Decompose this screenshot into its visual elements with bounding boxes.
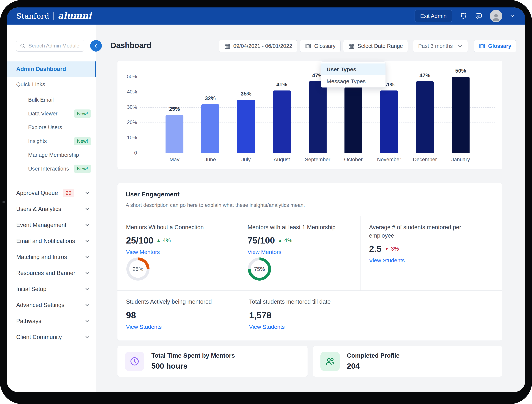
sidebar-item-event-management[interactable]: Event Management (7, 217, 96, 233)
sidebar-item-label: Resources and Banner (16, 270, 75, 277)
new-badge: New! (74, 109, 91, 118)
sidebar-item-admin-dashboard[interactable]: Admin Dashboard (7, 61, 96, 77)
view-link[interactable]: View Students (369, 257, 405, 264)
sidebar-item-client-community[interactable]: Client Community (7, 329, 96, 345)
total-title: Students Actively being mentored (126, 298, 223, 306)
bell-icon[interactable] (459, 12, 467, 20)
sidebar-item-label: Users & Analytics (16, 206, 61, 212)
sidebar-item-matching-and-intros[interactable]: Matching and Intros (7, 249, 96, 265)
calendar-icon (224, 43, 230, 49)
view-link[interactable]: View Students (126, 324, 162, 330)
sidebar-item-resources-and-banner[interactable]: Resources and Banner (7, 265, 96, 281)
delta-percent: 4% (163, 237, 171, 244)
date-range-button[interactable]: 09/04/2021 - 06/01/2022 (219, 40, 297, 52)
sidebar-item-data-viewer[interactable]: Data ViewerNew! (7, 107, 96, 120)
chart-bar-july (237, 100, 255, 153)
brand-primary: Stanford (16, 12, 49, 20)
donut-label: 25% (126, 258, 149, 281)
user-engagement-card: User Engagement A short description can … (117, 183, 502, 341)
bar-value-label: 41% (269, 82, 295, 88)
chevron-down-icon (84, 318, 91, 324)
user-engagement-title: User Engagement (126, 191, 180, 198)
sidebar: Admin Dashboard Quick Links Bulk EmailDa… (7, 25, 96, 392)
x-axis-tick: September (300, 157, 336, 163)
glossary-button[interactable]: Glossary (300, 40, 341, 52)
search-input[interactable] (28, 43, 81, 49)
bar-value-label: 32% (197, 95, 223, 101)
view-link[interactable]: View Students (249, 324, 285, 330)
sidebar-collapse-button[interactable] (90, 40, 102, 51)
total-value: 1,578 (249, 310, 493, 320)
chevron-down-icon[interactable] (509, 13, 516, 19)
menu-item-user-types[interactable]: User Types (321, 63, 385, 76)
metric-cell-mentors-with-at-least-1-mentorship: Mentors with at least 1 Mentorship75/100… (239, 216, 361, 290)
avatar[interactable] (490, 10, 502, 22)
x-axis-tick: November (371, 157, 407, 163)
chart-bar-december (416, 81, 434, 153)
y-axis-tick: 30% (119, 104, 137, 110)
clock-icon (125, 352, 144, 371)
metric-title: Average # of students mentored per emplo… (369, 223, 466, 240)
sidebar-item-user-interactions[interactable]: User InteractionsNew! (7, 162, 96, 176)
bar-chart-card: 50%40%30%20%10%025%May32%June35%July41%A… (117, 60, 502, 170)
summary-card-completed-profile: Completed Profile204 (313, 346, 502, 377)
view-link[interactable]: View Mentors (247, 249, 281, 255)
sidebar-item-bulk-email[interactable]: Bulk Email (7, 93, 96, 107)
chat-icon[interactable] (474, 12, 483, 20)
sidebar-item-insights[interactable]: InsightsNew! (7, 134, 96, 148)
toolbar: 09/04/2021 - 06/01/2022 Glossary Select … (219, 40, 516, 52)
bar-value-label: 35% (233, 91, 259, 97)
exit-admin-button[interactable]: Exit Admin (415, 10, 452, 22)
y-axis-tick: 20% (119, 120, 137, 125)
delta-down: ▼3% (384, 246, 399, 252)
glossary-link-button[interactable]: Glossary (474, 40, 516, 52)
chevron-left-icon (93, 43, 99, 49)
quick-links-header: Quick Links (16, 81, 45, 88)
count-badge: 29 (63, 189, 74, 197)
main-content: Dashboard 09/04/2021 - 06/01/2022 Glossa… (96, 25, 525, 392)
sidebar-item-label: Pathways (16, 318, 41, 324)
sidebar-item-advanced-settings[interactable]: Advanced Settings (7, 297, 96, 313)
metric-cell-average-of-students-mentored-per-employee: Average # of students mentored per emplo… (361, 216, 502, 290)
total-value: 98 (126, 310, 230, 320)
x-axis-tick: August (264, 157, 300, 163)
chart-bar-october (344, 87, 362, 153)
chart-bar-may (166, 115, 183, 153)
chevron-down-icon (84, 254, 91, 260)
x-axis-tick: December (407, 157, 443, 163)
search-box[interactable] (16, 40, 84, 51)
brand-secondary: alumni (58, 11, 91, 21)
sidebar-item-label: Bulk Email (28, 97, 54, 103)
calendar-icon (348, 43, 355, 49)
chart-bar-august (273, 90, 291, 153)
sidebar-item-initial-setup[interactable]: Initial Setup (7, 281, 96, 297)
summary-title: Completed Profile (347, 352, 399, 359)
sidebar-item-label: Explore Users (28, 124, 62, 131)
sidebar-item-label: Advanced Settings (16, 302, 65, 309)
donut-chart: 75% (248, 258, 271, 281)
sidebar-item-approval-queue[interactable]: Approval Queue29 (7, 185, 96, 201)
sidebar-item-label: Client Community (16, 334, 62, 341)
engagement-totals-row: Students Actively being mentored98View S… (117, 290, 502, 341)
brand-logo: Stanford alumni (16, 11, 91, 21)
sidebar-item-label: Event Management (16, 222, 66, 228)
summary-value: 204 (347, 362, 399, 371)
device-frame: Stanford alumni Exit Admin Admin Dashboa… (0, 0, 532, 404)
period-select[interactable]: Past 3 months (413, 40, 468, 52)
select-date-range-button[interactable]: Select Date Range (343, 40, 408, 52)
sidebar-item-label: Manage Membership (28, 152, 79, 158)
book-icon (479, 43, 485, 49)
chart-bar-june (201, 104, 219, 153)
sidebar-item-pathways[interactable]: Pathways (7, 313, 96, 329)
sidebar-item-explore-users[interactable]: Explore Users (7, 120, 96, 134)
sidebar-item-users-analytics[interactable]: Users & Analytics (7, 201, 96, 217)
view-link[interactable]: View Mentors (126, 249, 160, 255)
menu-item-message-types[interactable]: Message Types (321, 76, 385, 87)
sidebar-item-email-and-notifications[interactable]: Email and Notifications (7, 233, 96, 249)
triangle-up-icon: ▲ (156, 238, 161, 243)
topbar: Stanford alumni Exit Admin (7, 7, 525, 25)
summary-title: Total Time Spent by Mentors (151, 352, 235, 359)
new-badge: New! (74, 137, 91, 145)
sidebar-item-manage-membership[interactable]: Manage Membership (7, 148, 96, 162)
brand-divider (53, 12, 54, 20)
